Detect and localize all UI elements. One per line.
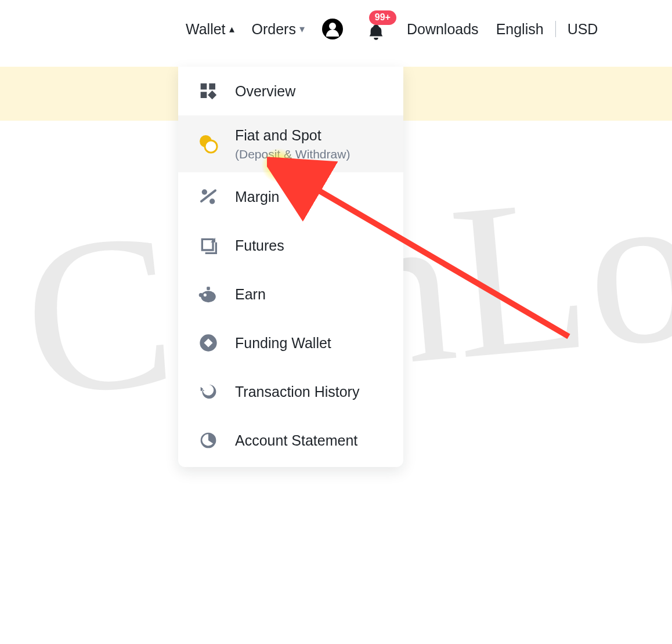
svg-rect-1 xyxy=(201,84,207,90)
svg-point-7 xyxy=(202,189,207,194)
menu-label: Futures xyxy=(235,236,284,255)
nav-currency[interactable]: USD xyxy=(568,21,598,38)
svg-rect-3 xyxy=(201,92,207,98)
menu-label: Margin xyxy=(235,187,279,207)
menu-item-futures[interactable]: Futures xyxy=(178,221,403,270)
bell-icon xyxy=(367,23,385,41)
menu-item-fiat-and-spot[interactable]: Fiat and Spot (Deposit & Withdraw) xyxy=(178,115,403,172)
menu-label: Funding Wallet xyxy=(235,334,331,353)
transaction-history-icon: $ xyxy=(198,381,219,402)
nav-wallet[interactable]: Wallet ▴ xyxy=(186,21,234,38)
divider xyxy=(555,21,556,37)
notifications[interactable]: 99+ xyxy=(366,17,389,41)
svg-text:$: $ xyxy=(207,388,211,396)
svg-point-6 xyxy=(205,140,217,153)
menu-item-funding-wallet[interactable]: Funding Wallet xyxy=(178,319,403,367)
nav-wallet-label: Wallet xyxy=(186,21,226,38)
nav-language[interactable]: English xyxy=(496,21,544,38)
caret-up-icon: ▴ xyxy=(229,24,234,34)
menu-label: Earn xyxy=(235,285,266,304)
svg-rect-10 xyxy=(207,287,210,290)
account-statement-icon xyxy=(198,430,219,451)
svg-rect-4 xyxy=(208,91,216,99)
notification-badge: 99+ xyxy=(369,10,396,25)
top-nav: Wallet ▴ Orders ▾ 99+ Downloads English … xyxy=(0,0,672,58)
menu-item-overview[interactable]: Overview xyxy=(178,67,403,115)
menu-item-earn[interactable]: Earn xyxy=(178,270,403,319)
funding-wallet-icon xyxy=(198,332,219,353)
svg-point-8 xyxy=(209,198,215,204)
svg-point-9 xyxy=(201,291,216,302)
caret-down-icon: ▾ xyxy=(299,24,305,34)
svg-point-11 xyxy=(199,293,203,297)
earn-icon xyxy=(198,284,219,305)
menu-label: Fiat and Spot xyxy=(235,126,350,145)
menu-label: Transaction History xyxy=(235,382,359,401)
wallet-dropdown: Overview Fiat and Spot (Deposit & Withdr… xyxy=(178,67,403,467)
nav-orders[interactable]: Orders ▾ xyxy=(252,21,305,38)
svg-point-12 xyxy=(204,294,207,296)
menu-item-transaction-history[interactable]: $ Transaction History xyxy=(178,367,403,416)
svg-rect-2 xyxy=(209,84,215,90)
nav-orders-label: Orders xyxy=(252,21,296,38)
menu-label: Account Statement xyxy=(235,431,357,450)
menu-item-account-statement[interactable]: Account Statement xyxy=(178,416,403,465)
menu-label: Overview xyxy=(235,82,295,101)
account-icon[interactable] xyxy=(322,19,343,39)
fiat-spot-icon xyxy=(198,133,219,154)
menu-item-margin[interactable]: Margin xyxy=(178,172,403,221)
menu-sublabel: (Deposit & Withdraw) xyxy=(235,146,350,162)
margin-icon xyxy=(198,186,219,207)
futures-icon xyxy=(198,235,219,256)
nav-downloads[interactable]: Downloads xyxy=(407,21,479,38)
overview-icon xyxy=(198,81,219,102)
